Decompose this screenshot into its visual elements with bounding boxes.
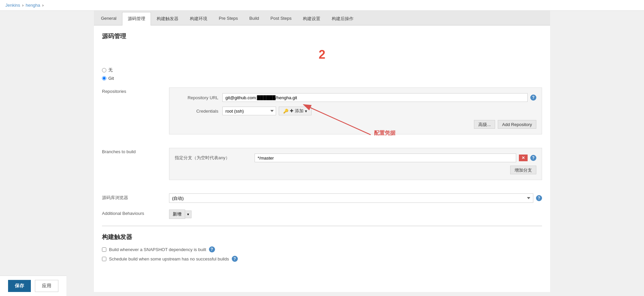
- tab-post-steps[interactable]: Post Steps: [265, 12, 297, 25]
- add-branch-button[interactable]: 增加分支: [510, 166, 536, 174]
- credentials-select[interactable]: root (ssh): [222, 107, 276, 115]
- breadcrumb-jenkins[interactable]: Jenkins: [5, 3, 20, 8]
- scm-option-git[interactable]: Git: [102, 76, 542, 81]
- breadcrumb-hengha[interactable]: hengha: [25, 3, 40, 8]
- new-addition-button[interactable]: 新增: [169, 210, 185, 219]
- repo-url-label: Repository URL: [175, 95, 218, 100]
- repo-url-row: Repository URL ?: [175, 93, 536, 102]
- breadcrumb-sep2: ›: [42, 3, 44, 8]
- source-browser-help-icon[interactable]: ?: [536, 195, 542, 201]
- tab-post-build[interactable]: 构建后操作: [326, 12, 359, 25]
- build-trigger-checkbox2-label: Schedule build when some upstream has no…: [109, 256, 229, 261]
- source-browser-label: 源码库浏览器: [102, 193, 169, 201]
- scm-label-none: 无: [108, 67, 113, 73]
- build-trigger-checkbox2[interactable]: [102, 257, 106, 261]
- scm-label-git: Git: [108, 76, 114, 81]
- scm-option-none[interactable]: 无: [102, 67, 542, 73]
- branches-section: Branches to build 指定分支（为空时代表any）✕?增加分支: [102, 148, 542, 187]
- breadcrumb-sep1: ›: [22, 3, 23, 8]
- source-browser-select[interactable]: (自动): [169, 193, 533, 203]
- source-browser-content: (自动) ?: [169, 193, 542, 203]
- repo-url-input[interactable]: [222, 93, 528, 102]
- additional-behaviours-section: Additional Behaviours 新增 ▾: [102, 210, 542, 219]
- branch-field-label: 指定分支（为空时代表any）: [175, 155, 252, 161]
- tab-build-env[interactable]: 构建环境: [184, 12, 213, 25]
- repo-buttons-group: 高级... Add Repository: [175, 120, 536, 129]
- repositories-section: Repositories Repository URL ?: [102, 87, 542, 141]
- branches-label: Branches to build: [102, 148, 169, 154]
- credentials-label: Credentials: [175, 109, 218, 114]
- scm-radio-none[interactable]: [102, 68, 106, 72]
- branches-buttons-group: 增加分支: [175, 166, 536, 174]
- repo-url-help-icon[interactable]: ?: [530, 95, 536, 101]
- delete-branch-button[interactable]: ✕: [519, 155, 528, 161]
- tab-build-settings[interactable]: 构建设置: [297, 12, 326, 25]
- credentials-row: Credentials root (ssh) 🔑 ✚ 添加 ▾: [175, 107, 536, 115]
- repositories-label: Repositories: [102, 87, 169, 94]
- section-divider: [102, 226, 542, 226]
- build-trigger-checkbox1-label: Build whenever a SNAPSHOT dependency is …: [109, 247, 206, 252]
- breadcrumb: Jenkins › hengha ›: [0, 0, 644, 11]
- svg-text:配置凭据: 配置凭据: [374, 130, 396, 136]
- page-title: 源码管理: [102, 32, 542, 42]
- tab-general[interactable]: General: [95, 12, 122, 25]
- scm-radio-group: 无 Git: [102, 67, 542, 81]
- add-button-label: ✚ 添加: [290, 108, 304, 114]
- build-trigger-help2[interactable]: ?: [232, 256, 238, 262]
- build-trigger-checkbox1[interactable]: [102, 247, 106, 252]
- build-trigger-title: 构建触发器: [102, 233, 542, 241]
- add-repository-button[interactable]: Add Repository: [498, 120, 536, 129]
- tab-build[interactable]: Build: [244, 12, 265, 25]
- save-button[interactable]: 保存: [8, 280, 31, 292]
- additional-behaviours-label: Additional Behaviours: [102, 210, 169, 216]
- tab-build-triggers[interactable]: 构建触发器: [151, 12, 184, 25]
- branch-help-icon[interactable]: ?: [530, 155, 536, 161]
- additional-behaviours-content: 新增 ▾: [169, 210, 542, 219]
- dropdown-arrow-icon: ▾: [305, 109, 307, 114]
- advanced-button[interactable]: 高级...: [474, 120, 495, 129]
- branches-content: 指定分支（为空时代表any）✕?增加分支: [169, 148, 542, 187]
- key-icon: 🔑: [283, 109, 288, 114]
- apply-button[interactable]: 应用: [35, 280, 58, 292]
- source-browser-section: 源码库浏览器 (自动) ?: [102, 193, 542, 203]
- tab-bar: General 源码管理 构建触发器 构建环境 Pre Steps Build …: [94, 11, 550, 25]
- tab-source-management[interactable]: 源码管理: [122, 12, 151, 25]
- build-trigger-checkbox2-row: Schedule build when some upstream has no…: [102, 256, 542, 262]
- build-trigger-checkbox1-row: Build whenever a SNAPSHOT dependency is …: [102, 246, 542, 252]
- scm-radio-git[interactable]: [102, 76, 106, 80]
- branch-input[interactable]: [255, 154, 516, 162]
- bottom-actions: 保存 应用: [0, 276, 66, 296]
- tab-pre-steps[interactable]: Pre Steps: [213, 12, 244, 25]
- annotation-number: 2: [102, 48, 542, 62]
- add-credentials-button[interactable]: 🔑 ✚ 添加 ▾: [279, 107, 312, 115]
- repositories-content: Repository URL ? Credentials root: [169, 87, 542, 141]
- new-addition-dropdown[interactable]: ▾: [185, 211, 192, 218]
- build-trigger-help1[interactable]: ?: [209, 246, 215, 252]
